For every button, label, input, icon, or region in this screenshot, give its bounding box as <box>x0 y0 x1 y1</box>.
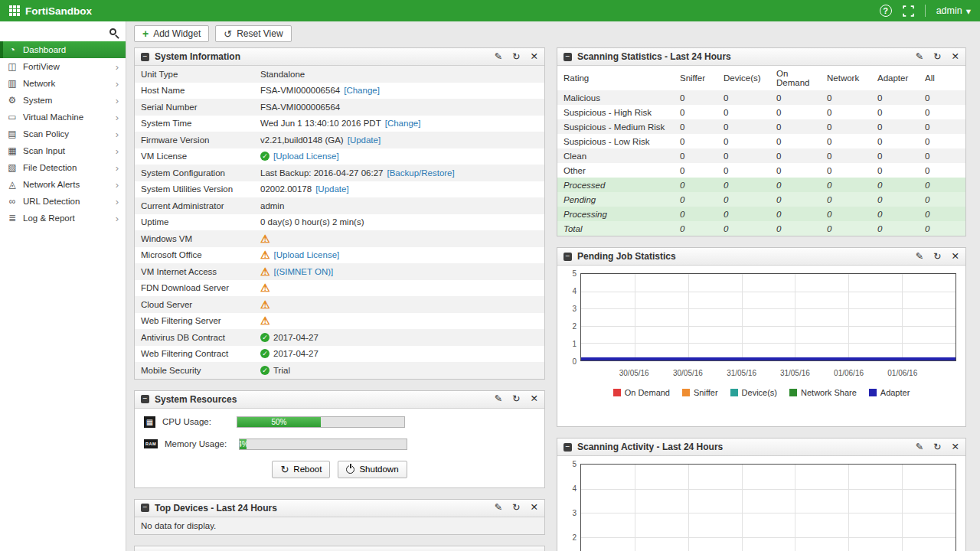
row-label: FDN Download Server <box>135 281 259 295</box>
refresh-icon[interactable]: ↻ <box>933 442 941 452</box>
value-cell: 0 <box>821 90 871 105</box>
sidebar-item-label: Dashboard <box>23 45 66 54</box>
refresh-icon[interactable]: ↻ <box>512 503 520 513</box>
collapse-icon[interactable]: − <box>564 253 572 261</box>
close-icon[interactable]: ✕ <box>952 52 959 62</box>
row-link[interactable]: [Upload License] <box>273 152 339 161</box>
row-value: Wed Jun 1 13:40:10 2016 PDT[Change] <box>259 116 422 130</box>
row-label: System Time <box>135 116 259 130</box>
sidebar-item-network-alerts[interactable]: ◬ Network Alerts › <box>0 176 126 193</box>
y-tick: 2 <box>572 322 577 331</box>
status-icon <box>260 316 270 325</box>
sidebar-item-virtual-machine[interactable]: ▭ Virtual Machine › <box>0 109 126 126</box>
row-link[interactable]: [Change] <box>344 86 380 95</box>
row-value: Standalone <box>259 67 306 81</box>
value-cell: 0 <box>674 163 717 178</box>
widget-header: − Top Devices - Last 24 Hours ✎ ↻ ✕ <box>135 500 544 517</box>
add-widget-label: Add Widget <box>153 28 201 39</box>
legend-label: Network Share <box>801 388 857 397</box>
table-row: Microsoft Office[Upload License] <box>135 247 544 264</box>
edit-icon[interactable]: ✎ <box>495 52 502 62</box>
rating-cell: Clean <box>557 148 674 163</box>
rating-cell: Suspicious - Medium Risk <box>557 119 674 134</box>
sidebar-item-label: FortiView <box>23 62 60 71</box>
row-link[interactable]: [(SIMNET ON)] <box>274 267 334 276</box>
collapse-icon[interactable]: − <box>564 53 572 61</box>
sidebar-item-system[interactable]: ⚙ System › <box>0 92 126 109</box>
value-cell: 0 <box>821 163 871 178</box>
user-menu[interactable]: admin ▾ <box>936 5 971 17</box>
column-header: On Demand <box>770 66 821 90</box>
edit-icon[interactable]: ✎ <box>495 503 502 513</box>
close-icon[interactable]: ✕ <box>952 252 959 262</box>
add-widget-button[interactable]: + Add Widget <box>134 25 209 42</box>
help-icon[interactable]: ? <box>880 5 892 17</box>
edit-icon[interactable]: ✎ <box>495 394 502 404</box>
edit-icon[interactable]: ✎ <box>916 252 923 262</box>
memory-usage-row: Memory Usage: 4% <box>144 439 535 450</box>
close-icon[interactable]: ✕ <box>531 52 538 62</box>
reset-view-button[interactable]: ↺ Reset View <box>215 25 291 42</box>
refresh-icon[interactable]: ↻ <box>512 52 520 62</box>
sidebar-item-network[interactable]: ▥ Network › <box>0 75 126 92</box>
chevron-right-icon: › <box>116 62 119 72</box>
close-icon[interactable]: ✕ <box>531 503 538 513</box>
sidebar-item-dashboard[interactable]: ◔ Dashboard <box>0 41 126 58</box>
sidebar-search[interactable] <box>0 21 126 41</box>
value-cell: 0 <box>821 119 871 134</box>
refresh-icon[interactable]: ↻ <box>512 394 520 404</box>
collapse-icon[interactable]: − <box>564 443 572 452</box>
close-icon[interactable]: ✕ <box>952 442 959 452</box>
value-cell: 0 <box>717 178 770 192</box>
reboot-button[interactable]: ↻ Reboot <box>272 461 330 478</box>
y-tick: 4 <box>572 484 577 493</box>
topbar: FortiSandbox ? admin ▾ <box>0 0 980 21</box>
x-axis: 30/05/16 30/05/16 31/05/16 31/05/16 01/0… <box>580 369 956 380</box>
sidebar-item-file-detection[interactable]: ▧ File Detection › <box>0 159 126 176</box>
chevron-right-icon: › <box>116 180 119 190</box>
sidebar-item-scan-input[interactable]: ▦ Scan Input › <box>0 142 126 159</box>
row-value: v2.21,build0148 (GA)[Update] <box>259 133 382 147</box>
value-cell: 0 <box>821 134 871 148</box>
edit-icon[interactable]: ✎ <box>916 52 923 62</box>
sidebar-item-url-detection[interactable]: ∞ URL Detection › <box>0 193 126 210</box>
collapse-icon[interactable]: − <box>141 395 149 403</box>
chevron-right-icon: › <box>116 96 119 106</box>
edit-icon[interactable]: ✎ <box>916 442 923 452</box>
v-gridline <box>688 274 689 360</box>
collapse-icon[interactable]: − <box>141 504 149 512</box>
sidebar-item-label: Log & Report <box>23 214 75 223</box>
table-row: Mobile SecurityTrial <box>135 362 544 379</box>
cpu-icon <box>144 416 155 428</box>
refresh-icon[interactable]: ↻ <box>933 252 941 262</box>
sidebar-item-scan-policy[interactable]: ▤ Scan Policy › <box>0 126 126 142</box>
search-icon[interactable] <box>109 28 116 35</box>
row-text: FSA-VMI000006564 <box>260 86 340 95</box>
cpu-usage-bar: 50% <box>237 416 405 428</box>
shutdown-button[interactable]: Shutdown <box>338 461 407 478</box>
value-cell: 0 <box>821 148 871 163</box>
file-icon: ▧ <box>7 162 18 173</box>
chart-legend: On Demand Sniffer Device(s) Network Shar… <box>567 388 956 397</box>
sidebar-item-fortiview[interactable]: ◫ FortiView › <box>0 58 126 75</box>
row-link[interactable]: [Upload License] <box>274 250 340 259</box>
link-icon: ∞ <box>7 196 18 207</box>
close-icon[interactable]: ✕ <box>531 394 538 404</box>
row-link[interactable]: [Update] <box>348 135 381 145</box>
value-cell: 0 <box>674 134 717 148</box>
row-link[interactable]: [Update] <box>315 184 348 194</box>
x-tick: 30/05/16 <box>673 369 703 377</box>
row-text: 2017-04-27 <box>273 333 318 342</box>
rating-cell: Processing <box>557 207 674 221</box>
fullscreen-icon[interactable] <box>903 5 914 17</box>
row-link[interactable]: [Change] <box>385 119 421 128</box>
sidebar-item-log-report[interactable]: ≣ Log & Report › <box>0 210 126 227</box>
collapse-icon[interactable]: − <box>141 53 149 61</box>
row-value <box>259 298 272 311</box>
system-information-widget: − System Information ✎ ↻ ✕ Unit TypeStan… <box>134 47 545 380</box>
value-cell: 0 <box>717 148 770 163</box>
refresh-icon[interactable]: ↻ <box>933 52 941 62</box>
widget-actions: ✎ ↻ ✕ <box>916 442 959 452</box>
row-value <box>259 232 272 246</box>
row-link[interactable]: [Backup/Restore] <box>387 168 454 178</box>
